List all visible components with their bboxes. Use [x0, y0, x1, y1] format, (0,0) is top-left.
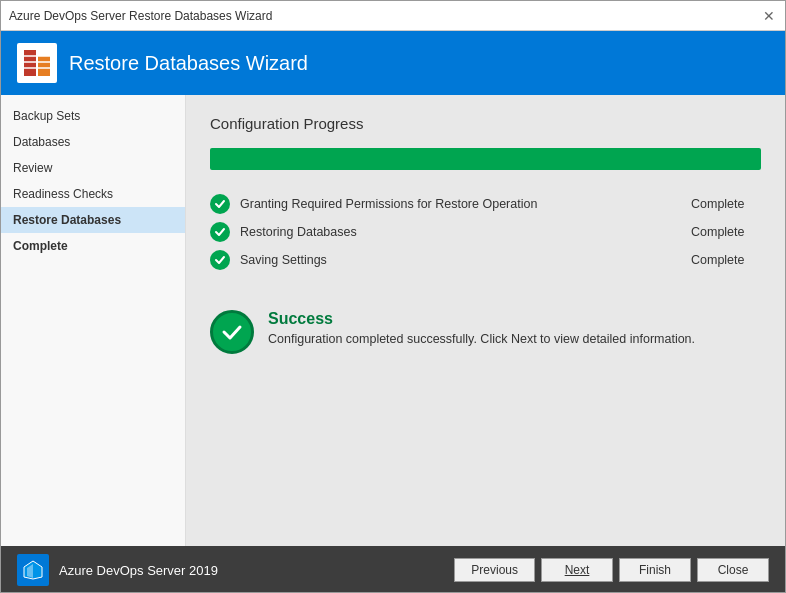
task-label-1: Restoring Databases [240, 225, 681, 239]
progress-bar-container [210, 148, 761, 170]
sidebar: Backup Sets Databases Review Readiness C… [1, 95, 186, 546]
title-bar: Azure DevOps Server Restore Databases Wi… [1, 1, 785, 31]
task-list: Granting Required Permissions for Restor… [210, 190, 761, 274]
content-area: Configuration Progress Granting Required… [186, 95, 785, 546]
task-check-icon-1 [210, 222, 230, 242]
sidebar-item-databases[interactable]: Databases [1, 129, 185, 155]
success-heading: Success [268, 310, 695, 328]
sidebar-item-review[interactable]: Review [1, 155, 185, 181]
task-status-2: Complete [691, 253, 761, 267]
task-check-icon-2 [210, 250, 230, 270]
success-text-block: Success Configuration completed successf… [268, 310, 695, 346]
footer-buttons: Previous Next Finish Close [454, 558, 769, 582]
sidebar-item-complete[interactable]: Complete [1, 233, 185, 259]
header-icon [17, 43, 57, 83]
task-status-1: Complete [691, 225, 761, 239]
success-message: Configuration completed successfully. Cl… [268, 332, 695, 346]
task-row: Granting Required Permissions for Restor… [210, 190, 761, 218]
task-status-0: Complete [691, 197, 761, 211]
content-title: Configuration Progress [210, 115, 761, 132]
header-bar: Restore Databases Wizard [1, 31, 785, 95]
svg-rect-1 [38, 56, 50, 76]
sidebar-item-readiness-checks[interactable]: Readiness Checks [1, 181, 185, 207]
header-title: Restore Databases Wizard [69, 52, 308, 75]
progress-bar-fill [210, 148, 761, 170]
close-window-button[interactable]: ✕ [761, 8, 777, 24]
footer: Azure DevOps Server 2019 Previous Next F… [1, 546, 785, 593]
task-row: Restoring Databases Complete [210, 218, 761, 246]
svg-rect-0 [24, 50, 36, 76]
finish-button[interactable]: Finish [619, 558, 691, 582]
close-button[interactable]: Close [697, 558, 769, 582]
main-area: Backup Sets Databases Review Readiness C… [1, 95, 785, 546]
next-button[interactable]: Next [541, 558, 613, 582]
success-icon [210, 310, 254, 354]
task-check-icon-0 [210, 194, 230, 214]
task-label-2: Saving Settings [240, 253, 681, 267]
task-label-0: Granting Required Permissions for Restor… [240, 197, 681, 211]
footer-logo [17, 554, 49, 586]
previous-button[interactable]: Previous [454, 558, 535, 582]
footer-app-name: Azure DevOps Server 2019 [59, 563, 218, 578]
sidebar-item-restore-databases[interactable]: Restore Databases [1, 207, 185, 233]
window-title: Azure DevOps Server Restore Databases Wi… [9, 9, 272, 23]
task-row: Saving Settings Complete [210, 246, 761, 274]
success-box: Success Configuration completed successf… [210, 298, 761, 366]
footer-left: Azure DevOps Server 2019 [17, 554, 218, 586]
sidebar-item-backup-sets[interactable]: Backup Sets [1, 103, 185, 129]
